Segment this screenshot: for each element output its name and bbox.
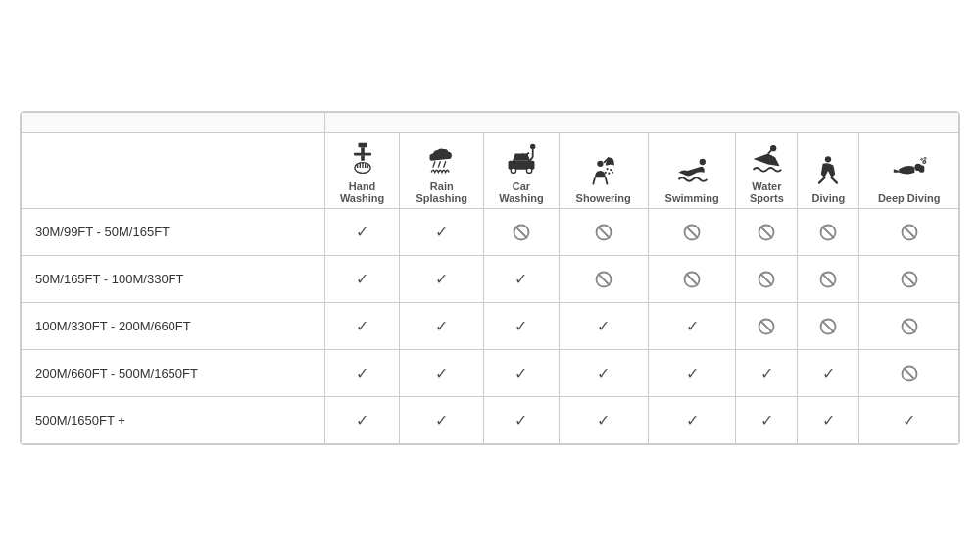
main-header-row: [22, 113, 959, 133]
check-mark: ✓: [435, 271, 448, 287]
svg-line-54: [904, 227, 914, 237]
no-entry-icon: [901, 365, 918, 382]
check-mark: ✓: [686, 318, 699, 334]
row-cell: ✓: [648, 303, 736, 350]
no-entry: [804, 318, 853, 335]
row-cell: [798, 303, 859, 350]
col-deep-diving: Deep Diving: [859, 133, 959, 209]
hand-washing-icon: [345, 141, 380, 177]
svg-point-25: [610, 169, 612, 171]
check-mark: ✓: [822, 412, 835, 429]
no-entry: [655, 224, 730, 241]
no-entry: [865, 365, 953, 382]
check-mark: ✓: [356, 365, 368, 381]
no-entry-icon: [595, 224, 612, 241]
no-entry-icon: [758, 224, 775, 241]
col-label-showering: Showering: [576, 192, 631, 204]
row-cell: ✓: [559, 303, 648, 350]
no-entry: [565, 224, 642, 241]
svg-line-46: [598, 227, 609, 237]
col-swimming: Swimming: [648, 133, 736, 209]
row-cell: ✓: [325, 303, 400, 350]
row-cell: ✓: [484, 303, 559, 350]
check-mark: ✓: [435, 412, 448, 429]
col-showering: Showering: [559, 133, 648, 209]
row-cell: ✓: [325, 350, 400, 397]
svg-point-41: [920, 158, 922, 160]
no-entry: [865, 318, 953, 335]
row-cell: ✓: [325, 256, 400, 303]
check-mark: ✓: [356, 318, 368, 334]
row-cell: [798, 256, 859, 303]
row-cell: ✓: [400, 303, 484, 350]
check-mark: ✓: [597, 365, 610, 381]
no-entry-icon: [758, 271, 775, 288]
svg-line-10: [433, 162, 435, 167]
row-cell: [736, 209, 798, 256]
check-mark: ✓: [356, 224, 368, 240]
no-entry-icon: [819, 318, 837, 335]
check-mark: ✓: [356, 271, 368, 287]
row-label: 200M/660FT - 500M/1650FT: [22, 350, 325, 397]
svg-line-52: [823, 227, 834, 237]
svg-point-14: [511, 168, 515, 173]
no-entry-icon: [901, 224, 918, 241]
row-cell: ✓: [484, 350, 559, 397]
row-cell: ✓: [859, 397, 959, 444]
svg-line-60: [761, 274, 772, 284]
check-mark: ✓: [356, 412, 368, 429]
svg-point-15: [526, 168, 531, 173]
row-cell: [798, 209, 859, 256]
row-label: 500M/1650FT +: [22, 397, 325, 444]
row-cell: ✓: [736, 350, 798, 397]
svg-point-40: [923, 161, 926, 164]
check-mark: ✓: [822, 365, 835, 381]
row-cell: [559, 209, 648, 256]
swimming-icon: [674, 153, 710, 188]
col-label-car-washing: CarWashing: [499, 180, 543, 204]
col-water-sports: WaterSports: [736, 133, 798, 209]
no-entry: [742, 318, 791, 335]
row-cell: ✓: [648, 397, 736, 444]
svg-line-56: [598, 274, 609, 284]
col-label-hand-washing: HandWashing: [340, 180, 384, 204]
range-header: [325, 113, 959, 133]
svg-line-62: [823, 274, 834, 284]
svg-point-42: [924, 157, 926, 159]
row-cell: ✓: [798, 397, 859, 444]
no-entry-icon: [683, 271, 701, 288]
svg-line-70: [904, 321, 914, 331]
svg-line-48: [687, 227, 698, 237]
col-label-deep-diving: Deep Diving: [878, 192, 941, 204]
check-mark: ✓: [514, 271, 527, 287]
svg-point-16: [530, 144, 535, 149]
row-cell: [736, 303, 798, 350]
no-entry: [742, 224, 791, 241]
row-cell: ✓: [648, 350, 736, 397]
no-entry: [565, 271, 642, 288]
svg-line-31: [605, 177, 607, 184]
check-mark: ✓: [597, 412, 610, 429]
no-entry: [655, 271, 730, 288]
check-mark: ✓: [514, 365, 527, 381]
diving-icon: [810, 153, 846, 188]
row-cell: ✓: [325, 397, 400, 444]
check-mark: ✓: [514, 412, 527, 429]
col-label-diving: Diving: [812, 192, 846, 204]
check-mark: ✓: [435, 365, 448, 381]
svg-line-12: [444, 162, 446, 167]
row-cell: [859, 303, 959, 350]
svg-rect-3: [361, 155, 365, 160]
svg-point-24: [606, 168, 608, 170]
svg-point-27: [608, 173, 610, 175]
definition-header: [22, 113, 325, 133]
row-cell: ✓: [400, 209, 484, 256]
no-entry-icon: [819, 271, 837, 288]
no-entry-icon: [683, 224, 701, 241]
row-cell: [859, 350, 959, 397]
svg-rect-39: [919, 166, 924, 173]
col-hand-washing: HandWashing: [325, 133, 400, 209]
col-rain-splashing: RainSplashing: [400, 133, 484, 209]
col-label-swimming: Swimming: [665, 192, 719, 204]
svg-line-37: [819, 177, 824, 182]
